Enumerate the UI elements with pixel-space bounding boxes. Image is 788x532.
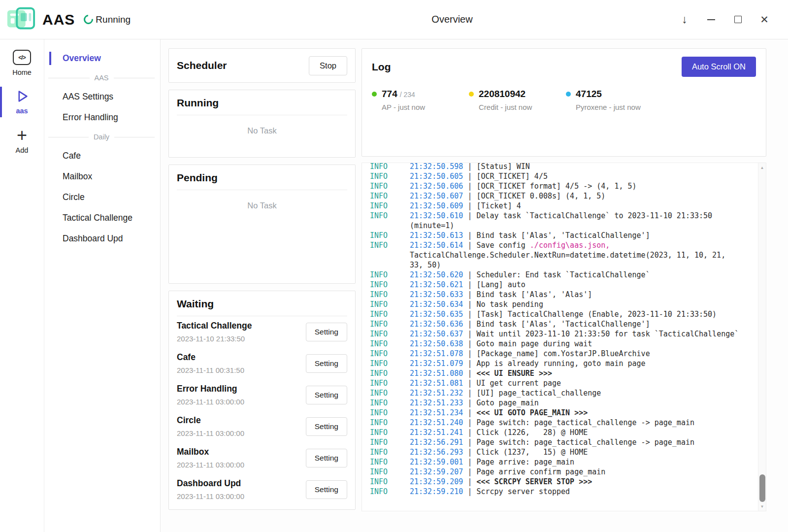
log-level: INFO — [370, 339, 410, 349]
stat-text: 220810942 Credit - just now — [479, 89, 532, 111]
sidebar-item-cafe[interactable]: Cafe — [48, 146, 155, 166]
log-line: INFO21:32:50.621 | [Lang] auto — [370, 280, 741, 290]
log-line: INFO21:32:51.079 | App is already runnin… — [370, 359, 741, 368]
scheduler-stop-button[interactable]: Stop — [309, 56, 347, 75]
pending-card: Pending No Task — [168, 165, 356, 284]
log-message: Page arrive: page_main — [476, 458, 574, 466]
sidebar-item-tactical-challenge[interactable]: Tactical Challenge — [48, 208, 155, 229]
log-timestamp: 21:32:50.598 — [410, 163, 463, 171]
log-timestamp: 21:32:51.080 — [410, 369, 463, 378]
log-message: <<< UI ENSURE >>> — [476, 369, 552, 378]
sidebar-item-dashboard-upd[interactable]: Dashboard Upd — [48, 229, 155, 249]
app-logo — [5, 4, 36, 35]
log-line: INFO21:32:59.210 | Scrcpy server stopped — [370, 487, 741, 497]
resource-stats: 774 / 234 AP - just now 220810942 Credit… — [372, 89, 756, 111]
sidebar-item-label: Cafe — [63, 151, 81, 161]
log-line: INFO21:32:51.078 | [Package_name] com.Yo… — [370, 349, 741, 359]
log-message: [Package_name] com.YostarJP.BlueArchive — [476, 349, 650, 358]
log-separator: | — [463, 201, 476, 210]
log-level: INFO — [370, 319, 410, 329]
stat-label: Pyroxene - just now — [576, 103, 641, 111]
log-message: Goto main page during wait — [476, 339, 592, 348]
log-column: Log Auto Scroll ON 774 / 234 AP - just n… — [361, 48, 766, 511]
minimize-button[interactable] — [704, 13, 718, 27]
rail-item-aas[interactable]: aas — [0, 87, 44, 117]
log-level: INFO — [370, 290, 410, 299]
scrollbar-thumb[interactable] — [759, 474, 765, 502]
log-separator: | — [463, 290, 476, 299]
log-scrollbar[interactable]: ▲ ▼ — [758, 163, 766, 511]
sidebar-item-circle[interactable]: Circle — [48, 187, 155, 208]
waiting-task-info: Circle 2023-11-11 03:00:00 — [177, 415, 244, 437]
scroll-up-icon[interactable]: ▲ — [758, 164, 766, 171]
log-separator: | — [463, 211, 476, 220]
sidebar-item-aas-settings[interactable]: AAS Settings — [48, 87, 155, 107]
waiting-title: Waiting — [177, 298, 347, 316]
log-timestamp: 21:32:59.001 — [410, 458, 463, 466]
sidebar-item-overview[interactable]: Overview — [48, 48, 155, 69]
log-level: INFO — [370, 368, 410, 378]
log-separator: | — [463, 241, 476, 250]
task-setting-button[interactable]: Setting — [306, 386, 347, 404]
log-message: Page switch: page_tactical_challenge -> … — [476, 438, 694, 447]
task-setting-button[interactable]: Setting — [306, 480, 347, 499]
sidebar-item-label: Dashboard Upd — [63, 233, 123, 243]
rail-item-home[interactable]: </> Home — [0, 47, 44, 79]
log-message: Bind task ['Alas', 'Alas'] — [476, 290, 592, 299]
maximize-icon — [734, 16, 742, 23]
log-separator: | — [463, 458, 476, 466]
waiting-task-name: Tactical Challenge — [177, 321, 252, 331]
nav-section-label: AAS — [95, 74, 109, 82]
log-separator: | — [463, 310, 476, 319]
log-level: INFO — [370, 359, 410, 368]
sidebar-item-mailbox[interactable]: Mailbox — [48, 166, 155, 187]
rail-item-add[interactable]: + Add — [0, 125, 44, 157]
log-separator: | — [463, 320, 476, 329]
waiting-task-row: Dashboard Upd 2023-11-11 03:00:00 Settin… — [177, 474, 347, 505]
log-timestamp: 21:32:56.291 — [410, 438, 463, 447]
log-message: UI get current page — [476, 379, 561, 388]
running-empty-text: No Task — [177, 115, 347, 135]
log-separator: | — [463, 467, 476, 476]
app-logo-icon — [5, 4, 36, 35]
log-message: [Task] TacticalChallenge (Enable, 2023-1… — [476, 310, 717, 319]
log-output[interactable]: INFO21:32:50.598 | [Status] WININFO21:32… — [361, 163, 766, 511]
log-timestamp: 21:32:59.207 — [410, 467, 463, 476]
log-level: INFO — [370, 437, 410, 447]
log-line: INFO21:32:51.081 | UI get current page — [370, 378, 741, 388]
log-separator: | — [463, 339, 476, 348]
task-setting-button[interactable]: Setting — [306, 354, 347, 373]
log-level: INFO — [370, 270, 410, 280]
task-setting-button[interactable]: Setting — [306, 417, 347, 436]
icon-rail: </> Home aas + Add — [0, 39, 44, 532]
pending-title: Pending — [177, 172, 347, 190]
sidebar-item-error-handling[interactable]: Error Handling — [48, 107, 155, 128]
auto-scroll-button[interactable]: Auto Scroll ON — [682, 57, 756, 77]
task-setting-button[interactable]: Setting — [306, 323, 347, 341]
log-level: INFO — [370, 418, 410, 428]
log-timestamp: 21:32:50.638 — [410, 339, 463, 348]
log-separator: | — [463, 182, 476, 191]
scroll-down-icon[interactable]: ▼ — [758, 502, 766, 510]
stat-label: AP - just now — [382, 103, 425, 111]
close-button[interactable]: ✕ — [757, 13, 771, 27]
log-message: [Lang] auto — [476, 280, 525, 289]
log-timestamp: 21:32:51.078 — [410, 349, 463, 358]
log-level: INFO — [370, 191, 410, 201]
log-timestamp: 21:32:50.620 — [410, 270, 463, 279]
log-message: App is already running, goto main page — [476, 359, 645, 368]
running-card: Running No Task — [168, 90, 356, 158]
waiting-task-info: Tactical Challenge 2023-11-10 21:33:50 — [177, 321, 252, 343]
log-separator: | — [463, 359, 476, 368]
log-separator: | — [463, 428, 476, 437]
log-line: INFO21:32:51.232 | [UI] page_tactical_ch… — [370, 388, 741, 398]
log-level: INFO — [370, 299, 410, 309]
log-line: INFO21:32:50.598 | [Status] WIN — [370, 163, 741, 171]
log-separator: | — [463, 270, 476, 279]
waiting-task-row: Tactical Challenge 2023-11-10 21:33:50 S… — [177, 316, 347, 348]
update-download-icon[interactable]: ↓ — [678, 13, 691, 27]
log-line: INFO21:32:51.234 | <<< UI GOTO PAGE_MAIN… — [370, 408, 741, 418]
log-line: INFO21:32:50.607 | [OCR_TICKET 0.008s] (… — [370, 191, 741, 201]
maximize-button[interactable] — [731, 13, 745, 27]
task-setting-button[interactable]: Setting — [306, 449, 347, 467]
